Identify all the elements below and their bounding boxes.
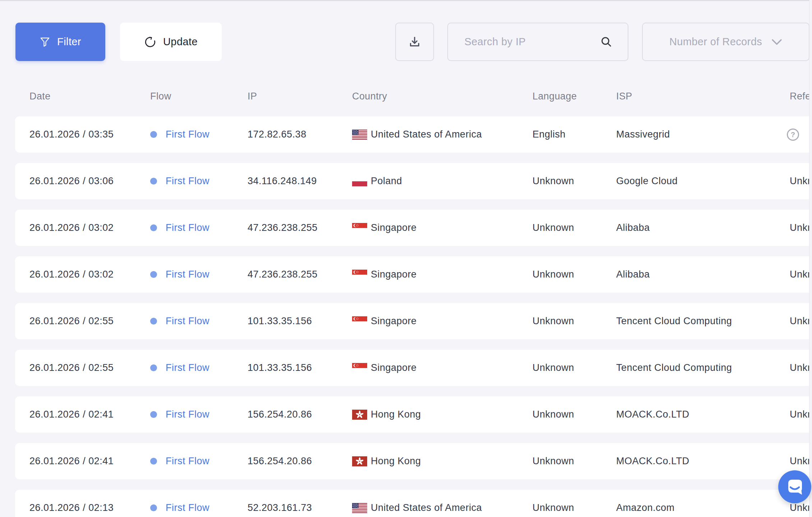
table-header: Date Flow IP Country Language ISP Referr… [0,86,812,106]
cell-date: 26.01.2026 / 02:55 [29,303,114,339]
filter-button[interactable]: Filter [15,23,105,61]
refresh-icon [144,36,156,48]
flow-dot-icon [150,318,157,325]
country-name: Poland [371,176,402,187]
search-input[interactable] [448,23,600,60]
cell-referrer: Unknown [790,362,812,373]
cell-date: 26.01.2026 / 02:55 [29,350,114,386]
country-name: United States of America [371,502,482,513]
cell-ip: 172.82.65.38 [248,116,306,153]
cell-isp: Alibaba [616,210,650,246]
funnel-icon [40,37,50,47]
country-name: United States of America [371,129,482,140]
download-icon [409,36,421,48]
table-row[interactable]: 26.01.2026 / 03:35 First Flow 172.82.65.… [15,116,812,153]
country-flag-icon [352,363,367,373]
table-row[interactable]: 26.01.2026 / 02:13 First Flow 52.203.161… [15,490,812,517]
country-name: Hong Kong [371,409,421,420]
cell-ip: 156.254.20.86 [248,443,312,479]
cell-date: 26.01.2026 / 03:35 [29,116,114,153]
cell-language: Unknown [532,443,574,479]
cell-isp: Tencent Cloud Computing [616,350,732,386]
country-flag-icon [352,130,367,140]
cell-referrer: Unknown [790,316,812,327]
country-flag-icon [352,223,367,233]
flow-link[interactable]: First Flow [166,316,209,327]
flow-link[interactable]: First Flow [166,222,209,233]
table-row[interactable]: 26.01.2026 / 02:41 First Flow 156.254.20… [15,443,812,479]
flow-dot-icon [150,178,157,185]
country-flag-icon [352,456,367,466]
flow-link[interactable]: First Flow [166,129,209,140]
cell-referrer: Unknown [790,502,812,513]
country-flag-icon [352,176,367,186]
flow-link[interactable]: First Flow [166,502,209,513]
flow-link[interactable]: First Flow [166,176,209,187]
chat-launcher-button[interactable] [778,470,811,503]
cell-isp: Massivegrid [616,116,670,153]
cell-isp: Amazon.com [616,490,675,517]
cell-date: 26.01.2026 / 03:02 [29,210,114,246]
flow-dot-icon [150,458,157,465]
table-row[interactable]: 26.01.2026 / 02:41 First Flow 156.254.20… [15,396,812,433]
search-box [447,23,628,61]
vertical-scrollbar[interactable] [809,0,812,517]
flow-dot-icon [150,504,157,511]
cell-date: 26.01.2026 / 02:41 [29,443,114,479]
column-header-flow: Flow [150,86,171,106]
download-button[interactable] [395,23,434,61]
cell-ip: 34.116.248.149 [248,163,317,199]
country-name: Hong Kong [371,456,421,467]
cell-language: Unknown [532,303,574,339]
table-row[interactable]: 26.01.2026 / 02:55 First Flow 101.33.35.… [15,350,812,386]
cell-date: 26.01.2026 / 02:13 [29,490,114,517]
referrer-help-icon[interactable]: ? [786,128,800,141]
table-row[interactable]: 26.01.2026 / 03:02 First Flow 47.236.238… [15,210,812,246]
cell-ip: 156.254.20.86 [248,396,312,433]
flow-link[interactable]: First Flow [166,362,209,373]
cell-date: 26.01.2026 / 03:06 [29,163,114,199]
column-header-isp: ISP [616,86,632,106]
update-button[interactable]: Update [120,23,222,61]
table-row[interactable]: 26.01.2026 / 02:55 First Flow 101.33.35.… [15,303,812,339]
cell-language: Unknown [532,490,574,517]
table-row[interactable]: 26.01.2026 / 03:02 First Flow 47.236.238… [15,256,812,293]
search-icon[interactable] [600,36,613,48]
table-body: 26.01.2026 / 03:35 First Flow 172.82.65.… [15,116,812,517]
chevron-down-icon [771,39,782,45]
update-button-label: Update [163,36,198,48]
cell-referrer: Unknown [790,176,812,187]
cell-referrer: Unknown [790,222,812,233]
flow-dot-icon [150,224,157,231]
cell-ip: 47.236.238.255 [248,210,318,246]
records-dropdown[interactable]: Number of Records [642,23,809,61]
table-row[interactable]: 26.01.2026 / 03:06 First Flow 34.116.248… [15,163,812,199]
cell-referrer: Unknown [790,269,812,280]
flow-dot-icon [150,411,157,418]
cell-date: 26.01.2026 / 03:02 [29,256,114,293]
cell-isp: Alibaba [616,256,650,293]
cell-ip: 101.33.35.156 [248,350,312,386]
country-flag-icon [352,410,367,420]
country-flag-icon [352,270,367,280]
cell-isp: MOACK.Co.LTD [616,396,689,433]
cell-isp: MOACK.Co.LTD [616,443,689,479]
column-header-referrer: Referrer [790,86,812,106]
cell-language: Unknown [532,256,574,293]
column-header-ip: IP [248,86,257,106]
flow-link[interactable]: First Flow [166,456,209,467]
flow-dot-icon [150,131,157,138]
flow-link[interactable]: First Flow [166,269,209,280]
cell-language: Unknown [532,210,574,246]
country-name: Singapore [371,316,417,327]
flow-link[interactable]: First Flow [166,409,209,420]
column-header-country: Country [352,86,387,106]
records-dropdown-label: Number of Records [669,36,762,48]
column-header-language: Language [532,86,577,106]
filter-button-label: Filter [57,36,81,48]
cell-language: Unknown [532,396,574,433]
cell-ip: 101.33.35.156 [248,303,312,339]
svg-text:?: ? [791,131,795,139]
country-name: Singapore [371,269,417,280]
cell-referrer: Unknown [790,409,812,420]
